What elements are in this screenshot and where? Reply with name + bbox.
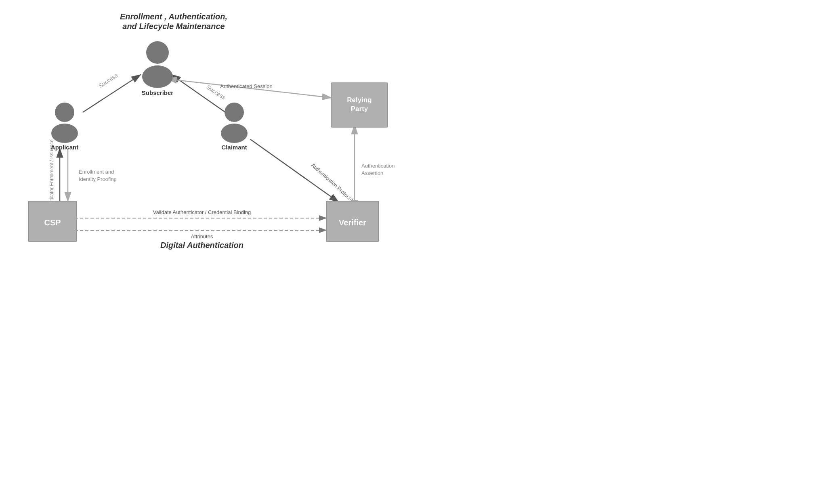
authenticated-session-label: Authenticated Session	[220, 83, 272, 89]
claimant-head	[225, 103, 244, 122]
applicant-label: Applicant	[51, 144, 78, 151]
applicant-head	[55, 103, 74, 122]
validate-authenticator-label: Validate Authenticator / Credential Bind…	[153, 209, 251, 215]
relying-party-label: Relying	[347, 96, 372, 104]
subscriber-head	[146, 41, 169, 64]
diagram-container: Enrollment , Authentication, and Lifecyc…	[0, 0, 414, 252]
relying-party-label2: Party	[351, 105, 368, 113]
enrollment-identity-label: Enrollment and	[79, 169, 114, 175]
attributes-label: Attributes	[191, 233, 213, 239]
subscriber-body	[142, 65, 173, 88]
subtitle: Digital Authentication	[160, 241, 243, 250]
verifier-label: Verifier	[339, 218, 366, 227]
main-title: Enrollment , Authentication,	[120, 12, 227, 21]
claimant-body	[221, 124, 248, 143]
applicant-body	[51, 124, 78, 143]
claimant-label: Claimant	[221, 144, 247, 151]
authentication-protocol-label: Authentication Protocol	[310, 162, 354, 203]
authentication-assertion-label2: Assertion	[361, 170, 383, 176]
subscriber-label: Subscriber	[142, 89, 174, 96]
main-title-line2: and Lifecycle Maintenance	[122, 22, 225, 31]
success-left-label: Success	[97, 72, 119, 89]
csp-label: CSP	[44, 218, 61, 227]
authentication-assertion-label: Authentication	[361, 163, 395, 169]
enrollment-identity-label2: Identity Proofing	[79, 176, 117, 182]
authentication-protocol-arrow	[250, 139, 338, 202]
